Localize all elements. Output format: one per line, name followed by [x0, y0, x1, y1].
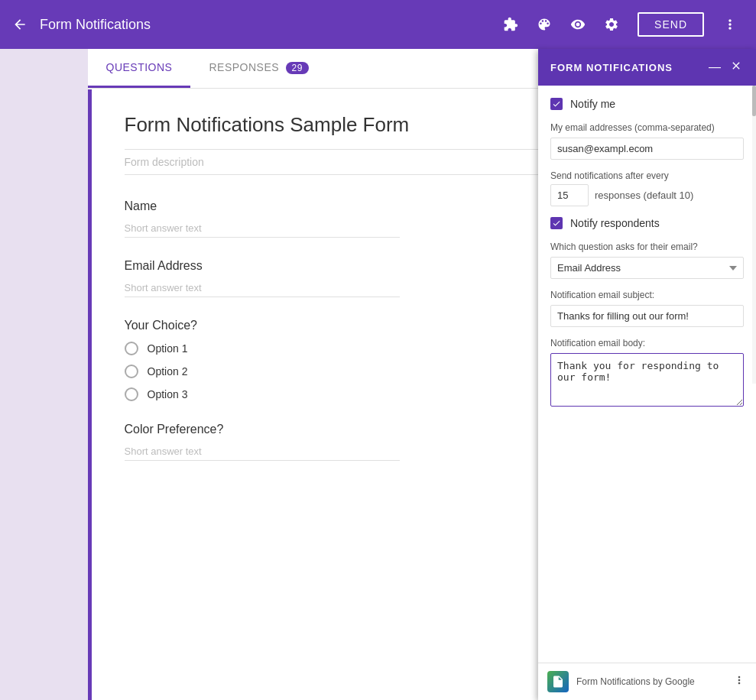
notify-respondents-label: Notify respondents	[570, 217, 660, 229]
email-subject-group: Notification email subject:	[550, 290, 744, 338]
radio-circle-2	[125, 365, 138, 378]
send-after-label: Send notifications after every	[550, 170, 744, 181]
my-email-label: My email addresses (comma-separated)	[550, 122, 744, 133]
panel-body: Notify me My email addresses (comma-sepa…	[538, 86, 756, 663]
send-after-suffix: responses (default 10)	[595, 190, 693, 201]
notify-me-label: Notify me	[570, 98, 615, 110]
panel-title: FORM NOTIFICATIONS	[550, 62, 673, 73]
panel-header-actions: —	[707, 58, 744, 76]
notify-me-row[interactable]: Notify me	[550, 98, 744, 110]
which-question-label: Which question asks for their email?	[550, 241, 744, 252]
my-email-input[interactable]	[550, 138, 744, 160]
email-body-label: Notification email body:	[550, 338, 744, 348]
more-options-button[interactable]	[716, 11, 744, 38]
my-email-field-group: My email addresses (comma-separated)	[550, 122, 744, 170]
notify-respondents-row[interactable]: Notify respondents	[550, 217, 744, 229]
notify-me-checkbox[interactable]	[550, 98, 563, 110]
google-forms-icon	[547, 671, 569, 692]
radio-circle-1	[125, 342, 138, 355]
which-question-group: Which question asks for their email? Ema…	[550, 241, 744, 290]
question-name-placeholder: Short answer text	[125, 222, 400, 238]
email-subject-label: Notification email subject:	[550, 290, 744, 300]
header-title: Form Notifications	[40, 17, 497, 33]
palette-icon-button[interactable]	[530, 11, 558, 38]
notifications-panel: FORM NOTIFICATIONS — Notify me	[538, 49, 756, 700]
panel-header: FORM NOTIFICATIONS —	[538, 49, 756, 86]
send-after-row: responses (default 10)	[550, 184, 744, 206]
preview-icon-button[interactable]	[564, 11, 592, 38]
which-question-select[interactable]: Email Address Name	[550, 257, 744, 279]
panel-close-button[interactable]	[728, 58, 744, 76]
email-subject-input[interactable]	[550, 305, 744, 327]
responses-badge: 29	[286, 62, 309, 74]
question-email-placeholder: Short answer text	[125, 282, 400, 297]
send-button[interactable]: SEND	[638, 12, 704, 37]
form-card-accent-border	[88, 89, 92, 700]
notify-respondents-checkbox[interactable]	[550, 217, 563, 229]
radio-circle-3	[125, 387, 138, 401]
email-body-group: Notification email body: Thank you for r…	[550, 338, 744, 420]
email-body-textarea[interactable]: Thank you for responding to our form!	[550, 353, 744, 407]
tab-questions[interactable]: QUESTIONS	[88, 49, 191, 88]
radio-label-2: Option 2	[148, 365, 188, 378]
main-area: QUESTIONS RESPONSES 29 Form Notification…	[0, 49, 756, 700]
panel-footer: Form Notifications by Google	[538, 663, 756, 700]
settings-icon-button[interactable]	[598, 11, 625, 38]
app-header: Form Notifications SEND	[0, 0, 756, 49]
send-after-input[interactable]	[550, 184, 589, 206]
panel-minimize-button[interactable]: —	[707, 58, 722, 76]
question-color-placeholder: Short answer text	[125, 446, 400, 461]
tab-responses[interactable]: RESPONSES 29	[190, 49, 326, 88]
footer-more-button[interactable]	[732, 672, 747, 691]
radio-label-3: Option 3	[148, 388, 188, 400]
back-button[interactable]	[12, 17, 28, 32]
send-after-group: Send notifications after every responses…	[550, 170, 744, 206]
radio-label-1: Option 1	[148, 342, 188, 355]
footer-text: Form Notifications by Google	[576, 676, 695, 687]
header-icons: SEND	[497, 11, 744, 38]
puzzle-icon-button[interactable]	[497, 11, 524, 38]
